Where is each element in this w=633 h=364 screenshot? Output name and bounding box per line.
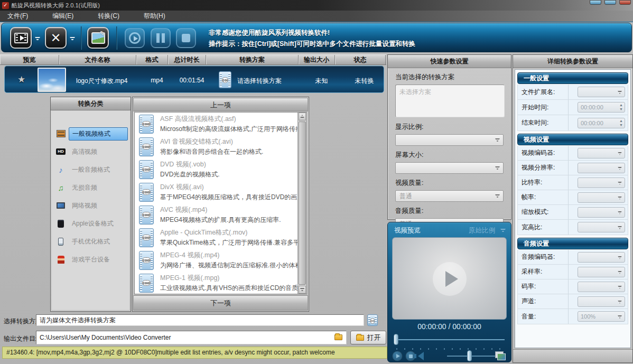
snapshot-button[interactable] — [87, 27, 109, 49]
spinner-arrows-icon[interactable]: ▲▼ — [619, 103, 623, 111]
maximize-button[interactable] — [604, 0, 616, 5]
format-item-mpeg1[interactable]: coolv MPEG-1 视频(.mpg) 工业级视频格式.具有VHS的画质和接… — [135, 272, 306, 294]
col-duration[interactable]: 总计时长 — [168, 55, 206, 64]
close-button[interactable] — [619, 0, 631, 5]
audio-bitrate-select[interactable] — [578, 282, 625, 292]
format-item-dvd[interactable]: coolv DVD 视频(.vob) DVD光盘的视频格式. — [135, 158, 306, 181]
start-convert-button[interactable] — [125, 28, 145, 48]
format-item-avc[interactable]: coolv AVC 视频(.mp4) MPEG4视频格式的扩展.具有更高的压缩率… — [135, 203, 306, 226]
format-item-divx[interactable]: coolv DivX 视频(.avi) 基于MPEG4的视频压缩格式，具有接近D… — [135, 181, 306, 203]
add-file-dropdown-icon[interactable] — [35, 37, 40, 41]
chevron-down-icon — [618, 91, 622, 94]
snapshot-icon[interactable] — [495, 351, 504, 358]
sample-rate-select[interactable] — [578, 267, 625, 277]
format-item-mpeg4[interactable]: coolv MPEG-4 视频(.mp4) 为网络广播、视频通信制定的压缩标准.… — [135, 249, 306, 272]
video-quality-select[interactable]: 普通 — [395, 190, 504, 202]
file-extension-select[interactable] — [578, 87, 625, 97]
col-format[interactable]: 格式 — [136, 55, 168, 64]
col-plan[interactable]: 转换方案 — [206, 55, 299, 64]
spinner-arrows-icon[interactable]: ▲▼ — [619, 119, 623, 127]
bitrate-select[interactable] — [578, 178, 625, 188]
volume-select[interactable]: 100% — [578, 311, 625, 322]
aspect-ratio-detail-select[interactable] — [578, 222, 625, 232]
chevron-down-icon[interactable] — [500, 229, 506, 232]
file-row[interactable]: ★ logo尺寸修改.mp4 mp4 00:01:54 coolv 请选择转换方… — [4, 66, 384, 93]
format-item-asf[interactable]: coolv ASF 高级流视频格式(.asf) Microsoft制定的高级流媒… — [135, 113, 306, 135]
row-audio-bitrate: 码率: — [518, 279, 628, 294]
add-file-button[interactable] — [10, 27, 32, 49]
chevron-down-icon — [618, 167, 622, 170]
channels-select[interactable] — [578, 296, 625, 307]
scrollbar-thumb[interactable] — [299, 122, 306, 285]
category-web-video[interactable]: 网络视频 — [52, 197, 129, 214]
col-preview[interactable]: 预览 — [0, 55, 59, 64]
category-apple-devices[interactable]: Apple设备格式 — [52, 214, 129, 232]
col-status[interactable]: 状态 — [335, 55, 386, 64]
display-ratio-select[interactable] — [395, 134, 504, 146]
window-title: 酷旋风视频转换大师 2.0.1(试用版) — [12, 2, 100, 10]
start-time-spinner[interactable]: 00:00:00▲▼ — [578, 102, 625, 113]
format-list-scrollbar[interactable] — [297, 113, 306, 294]
prev-item-button[interactable]: 上一项 — [133, 98, 308, 111]
menu-help[interactable]: 帮助(H) — [136, 12, 173, 21]
coolv-film-icon: coolv — [139, 115, 154, 134]
welcome-line-2: 操作提示：按住[Ctrl]或[Shift]可同时选中多个文件进行批量设置和转换 — [209, 39, 415, 50]
output-dir-input[interactable]: C:\Users\User\My Documents\Video Convert… — [36, 331, 347, 344]
category-general-audio[interactable]: ♪ 一般音频格式 — [52, 161, 129, 179]
next-item-button[interactable]: 下一项 — [133, 295, 308, 311]
file-output-size: 未知 — [303, 77, 340, 86]
format-item-mov[interactable]: coolv Applle - QuickTime格式(.mov) 苹果Quick… — [135, 226, 306, 249]
video-resolution-select[interactable] — [578, 163, 625, 173]
video-encoder-select[interactable] — [578, 148, 625, 158]
format-item-avi[interactable]: coolv AVI 音视频交错格式(.avi) 将影像和语音同步组合在一起的格式… — [135, 135, 306, 158]
file-table-header: 预览 文件名称 格式 总计时长 转换方案 输出大小 状态 — [0, 54, 386, 65]
pause-button[interactable] — [151, 28, 171, 48]
row-bitrate: 比特率: — [518, 175, 628, 190]
scroll-up-icon[interactable] — [299, 113, 306, 120]
category-general-video[interactable]: 一般视频格式 — [52, 125, 129, 143]
framerate-select[interactable] — [578, 192, 625, 203]
stop-button[interactable] — [176, 28, 196, 48]
audio-encoder-select[interactable] — [578, 252, 625, 263]
speaker-icon[interactable] — [418, 352, 424, 360]
folder-browse-icon[interactable] — [334, 334, 342, 340]
preview-play-button[interactable] — [392, 351, 403, 361]
chevron-down-icon — [618, 271, 622, 274]
remove-dropdown-icon[interactable] — [70, 37, 75, 41]
file-plan[interactable]: 请选择转换方案 — [237, 77, 282, 86]
pause-icon — [156, 33, 165, 43]
volume-slider[interactable] — [447, 356, 497, 357]
menu-edit[interactable]: 编辑(E) — [45, 12, 81, 21]
aspect-ratio-select[interactable]: 原始比例 — [469, 226, 495, 235]
minimize-button[interactable] — [590, 0, 601, 5]
seek-slider[interactable] — [396, 339, 505, 340]
plan-film-icon: coolv — [219, 71, 231, 88]
category-lossless-audio[interactable]: ♫ 无损音频 — [52, 179, 129, 197]
plan-input[interactable]: 请为媒体文件选择转换方案 — [36, 314, 364, 326]
end-time-spinner[interactable]: 00:00:00▲▼ — [578, 118, 625, 128]
display-ratio-label: 显示比例: — [395, 123, 504, 132]
screen-size-select[interactable] — [395, 162, 504, 174]
col-filename[interactable]: 文件名称 — [59, 55, 136, 64]
seek-slider-handle[interactable] — [394, 334, 398, 345]
category-hd-video[interactable]: HD 高清视频 — [52, 143, 129, 161]
preview-play-overlay[interactable] — [433, 262, 467, 296]
category-mobile-optimized[interactable]: 手机优化格式 — [52, 232, 129, 250]
star-icon[interactable]: ★ — [17, 74, 25, 85]
menu-bar: 文件(F) 编辑(E) 转换(C) 帮助(H) — [0, 11, 633, 22]
category-game-platforms[interactable]: 游戏平台设备 — [52, 250, 129, 268]
menu-convert[interactable]: 转换(C) — [90, 12, 127, 21]
col-outsize[interactable]: 输出大小 — [299, 55, 335, 64]
open-folder-button[interactable]: 打开 — [350, 331, 386, 344]
picture-edit-icon — [91, 32, 105, 44]
file-duration: 00:01:54 — [173, 77, 211, 84]
scroll-down-icon[interactable] — [299, 286, 306, 294]
plan-browse-button[interactable]: coolv — [367, 314, 378, 326]
volume-slider-handle[interactable] — [467, 350, 472, 361]
seek-ticks — [396, 348, 504, 350]
toolbar-separator — [116, 26, 117, 50]
scale-mode-select[interactable] — [578, 207, 625, 218]
menu-file[interactable]: 文件(F) — [0, 12, 35, 21]
remove-file-button[interactable]: ✕ — [45, 27, 67, 49]
chevron-down-icon — [618, 301, 622, 304]
